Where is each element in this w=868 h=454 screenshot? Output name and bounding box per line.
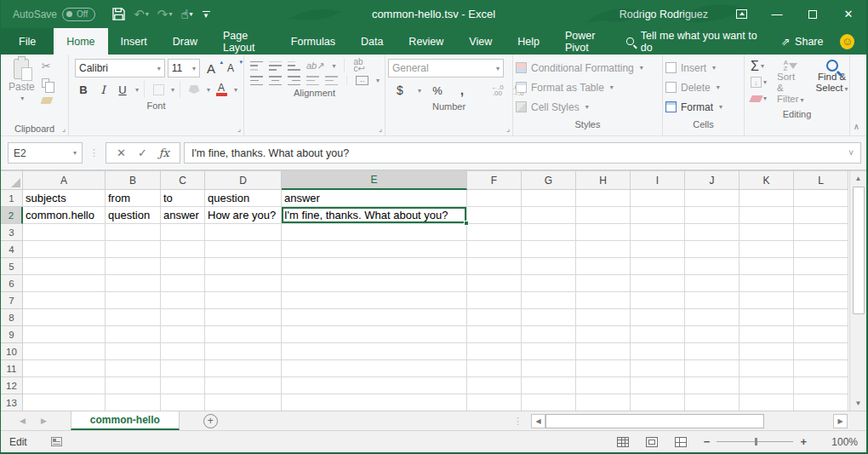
vertical-scrollbar[interactable]: ▲ ▼ <box>849 171 866 411</box>
cell-styles-button[interactable]: Cell Styles▾ <box>516 97 660 117</box>
cell-C4[interactable] <box>161 241 205 258</box>
cell-A5[interactable] <box>23 258 106 275</box>
orientation-button[interactable]: ab↗ <box>306 60 324 72</box>
cell-C3[interactable] <box>161 224 205 241</box>
cell-A3[interactable] <box>23 224 106 241</box>
cell-B12[interactable] <box>106 377 161 394</box>
cell-A7[interactable] <box>23 292 106 309</box>
column-header-E[interactable]: E <box>282 171 467 190</box>
cell-D2[interactable]: How are you? <box>205 207 282 224</box>
cell-L2[interactable] <box>794 207 848 224</box>
row-header-3[interactable]: 3 <box>1 224 23 241</box>
cell-J6[interactable] <box>685 275 740 292</box>
column-header-G[interactable]: G <box>522 171 576 190</box>
cell-G13[interactable] <box>522 394 576 411</box>
cell-A2[interactable]: common.hello <box>23 207 106 224</box>
expand-formula-bar-icon[interactable]: ˅ <box>848 148 854 158</box>
cell-G5[interactable] <box>522 258 576 275</box>
column-header-F[interactable]: F <box>467 171 522 190</box>
zoom-in-button[interactable]: + <box>800 435 807 448</box>
cell-B13[interactable] <box>106 394 161 411</box>
cell-F11[interactable] <box>467 360 522 377</box>
cell-B1[interactable]: from <box>106 190 161 207</box>
row-header-13[interactable]: 13 <box>1 394 23 411</box>
format-cells-button[interactable]: Format▾ <box>665 97 741 117</box>
cell-H12[interactable] <box>576 377 631 394</box>
cell-D6[interactable] <box>205 275 282 292</box>
formula-input[interactable]: I'm fine, thanks. What about you? ˅ <box>184 142 861 164</box>
cell-C12[interactable] <box>161 377 205 394</box>
cell-C11[interactable] <box>161 360 205 377</box>
row-header-8[interactable]: 8 <box>1 309 23 326</box>
cell-J3[interactable] <box>685 224 740 241</box>
decrease-font-size-button[interactable]: A <box>222 60 239 77</box>
cell-K1[interactable] <box>740 190 794 207</box>
undo-button[interactable]: ↶▾ <box>130 4 152 25</box>
copy-button[interactable]: ▾ <box>40 76 56 90</box>
cell-D1[interactable]: question <box>205 190 282 207</box>
cell-K6[interactable] <box>740 275 794 292</box>
cell-C13[interactable] <box>161 394 205 411</box>
cell-K8[interactable] <box>740 309 794 326</box>
cell-E8[interactable] <box>282 309 467 326</box>
cell-I6[interactable] <box>631 275 685 292</box>
cell-F3[interactable] <box>467 224 522 241</box>
cell-H5[interactable] <box>576 258 631 275</box>
row-header-9[interactable]: 9 <box>1 326 23 343</box>
decrease-indent-button[interactable] <box>306 76 319 85</box>
merge-center-dropdown-icon[interactable]: ▾ <box>376 77 380 84</box>
cell-H11[interactable] <box>576 360 631 377</box>
tab-bar-divider[interactable]: ⋮ <box>513 416 523 427</box>
cell-A1[interactable]: subjects <box>23 190 106 207</box>
cell-D4[interactable] <box>205 241 282 258</box>
tab-page-layout[interactable]: Page Layout <box>210 28 278 55</box>
cell-B7[interactable] <box>106 292 161 309</box>
cell-K11[interactable] <box>740 360 794 377</box>
paste-button[interactable]: Paste ▾ <box>3 57 40 104</box>
minimize-button[interactable]: — <box>759 0 795 28</box>
column-header-A[interactable]: A <box>23 171 106 190</box>
cell-K7[interactable] <box>740 292 794 309</box>
cell-H6[interactable] <box>576 275 631 292</box>
cell-I11[interactable] <box>631 360 685 377</box>
cell-I5[interactable] <box>631 258 685 275</box>
cell-K13[interactable] <box>740 394 794 411</box>
autosave-toggle[interactable]: AutoSave Off <box>13 8 95 21</box>
cell-E4[interactable] <box>282 241 467 258</box>
column-header-L[interactable]: L <box>794 171 848 190</box>
touch-mode-dropdown-icon[interactable]: ▾ <box>190 10 193 18</box>
font-size-select[interactable]: 11▾ <box>168 59 200 78</box>
cell-F4[interactable] <box>467 241 522 258</box>
cell-B11[interactable] <box>106 360 161 377</box>
cell-L3[interactable] <box>794 224 848 241</box>
cell-F5[interactable] <box>467 258 522 275</box>
cell-E5[interactable] <box>282 258 467 275</box>
new-sheet-button[interactable]: + <box>203 414 218 428</box>
horizontal-scrollbar[interactable]: ◀ ▶ <box>531 411 848 430</box>
row-header-7[interactable]: 7 <box>1 292 23 309</box>
paste-dropdown-icon[interactable]: ▾ <box>20 95 24 102</box>
autosave-pill[interactable]: Off <box>62 8 95 21</box>
tab-home[interactable]: Home <box>54 28 107 55</box>
underline-button[interactable]: U <box>114 81 131 98</box>
cell-C5[interactable] <box>161 258 205 275</box>
previous-sheet-icon[interactable]: ◀ <box>20 417 26 425</box>
redo-button[interactable]: ↷▾ <box>154 4 176 25</box>
cell-J10[interactable] <box>685 343 740 360</box>
increase-indent-button[interactable] <box>325 76 338 85</box>
cell-E13[interactable] <box>282 394 467 411</box>
column-header-I[interactable]: I <box>631 171 685 190</box>
tab-formulas[interactable]: Formulas <box>278 28 348 55</box>
row-header-6[interactable]: 6 <box>1 275 23 292</box>
cell-I8[interactable] <box>631 309 685 326</box>
cell-J4[interactable] <box>685 241 740 258</box>
cell-K5[interactable] <box>740 258 794 275</box>
cell-F9[interactable] <box>467 326 522 343</box>
redo-dropdown-icon[interactable]: ▾ <box>168 10 172 18</box>
cell-J1[interactable] <box>685 190 740 207</box>
cell-F7[interactable] <box>467 292 522 309</box>
select-all-button[interactable] <box>1 171 23 190</box>
cell-E6[interactable] <box>282 275 467 292</box>
italic-button[interactable]: I <box>94 81 111 98</box>
cell-J9[interactable] <box>685 326 740 343</box>
